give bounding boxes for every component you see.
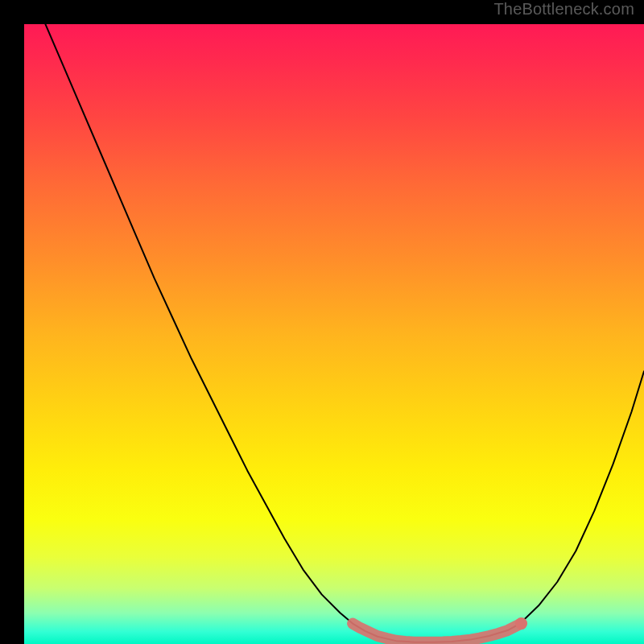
chart-frame — [12, 12, 632, 632]
plot-area — [24, 24, 644, 644]
highlight-marker — [515, 617, 527, 630]
credit-watermark: TheBottleneck.com — [493, 0, 634, 19]
bottleneck-curve — [24, 24, 644, 642]
marker-band — [353, 624, 521, 642]
bottleneck-curve-svg — [24, 24, 644, 644]
curve-markers — [353, 624, 521, 642]
